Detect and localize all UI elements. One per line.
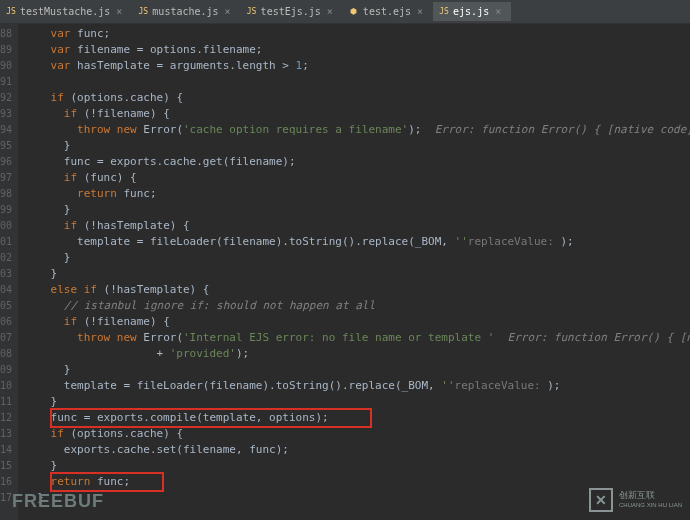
code-area[interactable]: var func; var filename = options.filenam…: [18, 24, 690, 520]
close-icon[interactable]: ×: [327, 6, 333, 17]
brand-sub: CHUANG XIN HU LIAN: [619, 500, 682, 510]
close-icon[interactable]: ×: [116, 6, 122, 17]
watermark-brand: ✕ 创新互联CHUANG XIN HU LIAN: [589, 488, 682, 512]
tab-label: testMustache.js: [20, 6, 110, 17]
ejs-icon: ⬢: [349, 7, 359, 17]
tab-mustache[interactable]: JSmustache.js×: [132, 2, 240, 21]
watermark-freebuf: FREEBUF: [12, 491, 104, 512]
tab-label: testEjs.js: [261, 6, 321, 17]
tab-test-ejs[interactable]: ⬢test.ejs×: [343, 2, 433, 21]
line-number-gutter: 8889909192939495969798990001020304050607…: [0, 24, 18, 520]
tab-testmustache[interactable]: JStestMustache.js×: [0, 2, 132, 21]
close-icon[interactable]: ×: [225, 6, 231, 17]
code-editor[interactable]: 8889909192939495969798990001020304050607…: [0, 24, 690, 520]
tab-label: test.ejs: [363, 6, 411, 17]
tab-label: ejs.js: [453, 6, 489, 17]
close-icon[interactable]: ×: [495, 6, 501, 17]
editor-tabs: JStestMustache.js× JSmustache.js× JStest…: [0, 0, 690, 24]
js-icon: JS: [138, 7, 148, 17]
tab-label: mustache.js: [152, 6, 218, 17]
tab-testejs[interactable]: JStestEjs.js×: [241, 2, 343, 21]
close-icon[interactable]: ×: [417, 6, 423, 17]
js-icon: JS: [247, 7, 257, 17]
brand-logo-icon: ✕: [589, 488, 613, 512]
js-icon: JS: [439, 7, 449, 17]
tab-ejs[interactable]: JSejs.js×: [433, 2, 511, 21]
brand-name: 创新互联: [619, 490, 682, 500]
js-icon: JS: [6, 7, 16, 17]
